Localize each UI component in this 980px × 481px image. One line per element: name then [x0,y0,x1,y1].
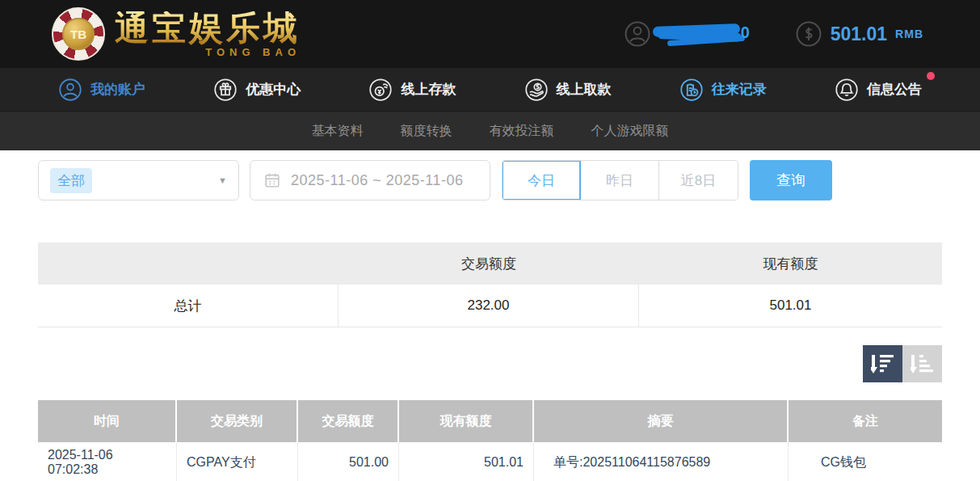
balance-currency: RMB [895,27,923,40]
brand-name-latin: TONG BAO [205,47,301,57]
dollar-icon [795,20,822,48]
username-redaction-scribble: 0 [653,22,748,46]
quick-range-last8days[interactable]: 近8日 [659,161,738,200]
brand-name: 通宝娱乐城 [115,11,301,45]
records-page: 全部 ▼ 2025-11-06 ~ 2025-11-06 今日 昨日 近8日 查… [0,150,980,481]
quick-range-today[interactable]: 今日 [503,161,581,200]
nav-label: 往来记录 [712,80,767,99]
cell-time: 2025-11-06 07:02:38 [38,442,177,481]
nav-announcements[interactable]: 信息公告 [835,78,922,102]
nav-label: 线上存款 [401,80,456,99]
withdraw-hand-icon [524,78,549,102]
subnav-valid-bets[interactable]: 有效投注额 [490,123,554,140]
type-dropdown-selected: 全部 [50,168,92,193]
cell-type: CGPAY支付 [177,442,298,481]
transactions-header-row: 时间 交易类别 交易额度 现有额度 摘要 备注 [38,400,942,442]
col-amount: 交易额度 [298,400,399,442]
nav-promotions[interactable]: 优惠中心 [213,78,301,102]
search-button[interactable]: 查询 [750,160,832,200]
sort-controls [38,345,942,382]
cell-amount: 501.00 [298,442,399,481]
summary-total-balance: 501.01 [639,285,942,327]
cell-summary: 单号:202511064115876589 [534,442,789,481]
table-row: 2025-11-06 07:02:38 CGPAY支付 501.00 501.0… [38,442,942,481]
account-subnav: 基本资料 额度转换 有效投注额 个人游戏限额 [0,111,980,150]
col-note: 备注 [789,400,942,442]
cell-balance: 501.01 [399,442,534,481]
brand-logo[interactable]: TB 通宝娱乐城 TONG BAO [52,7,301,61]
sort-descending-button[interactable] [863,345,902,382]
subnav-credit-transfer[interactable]: 额度转换 [401,123,452,140]
chip-label: TB [62,18,95,50]
nav-deposit[interactable]: 线上存款 [368,78,456,102]
records-clipboard-icon [679,78,704,102]
sort-ascending-button[interactable] [902,345,942,382]
subnav-game-limits[interactable]: 个人游戏限额 [591,123,669,140]
balance-amount: 501.01 [831,23,887,45]
user-account[interactable]: 0 [624,20,748,48]
date-range-value: 2025-11-06 ~ 2025-11-06 [291,172,464,189]
summary-table: 交易额度 现有额度 总计 232.00 501.01 [38,243,942,327]
summary-header-balance: 现有额度 [639,255,942,273]
poker-chip-icon: TB [52,7,105,61]
summary-total-label: 总计 [38,285,339,327]
summary-header-row: 交易额度 现有额度 [38,243,942,285]
chevron-down-icon: ▼ [218,175,227,185]
nav-label: 我的账户 [90,80,145,99]
filter-bar: 全部 ▼ 2025-11-06 ~ 2025-11-06 今日 昨日 近8日 查… [38,160,942,200]
top-bar: TB 通宝娱乐城 TONG BAO 0 501.01 [0,0,980,68]
quick-range-yesterday[interactable]: 昨日 [581,161,659,200]
date-range-picker[interactable]: 2025-11-06 ~ 2025-11-06 [250,160,490,200]
bell-icon [835,78,859,102]
col-balance: 现有额度 [399,400,534,442]
balance-display: 501.01 RMB [795,20,923,48]
col-type: 交易类别 [177,400,298,442]
col-summary: 摘要 [534,400,789,442]
user-icon [624,20,651,48]
nav-my-account[interactable]: 我的账户 [58,78,145,102]
nav-label: 线上取款 [557,80,612,99]
summary-header-transaction: 交易额度 [339,255,639,273]
calendar-icon [263,171,281,189]
subnav-basic-info[interactable]: 基本资料 [312,123,364,140]
gift-icon [213,78,238,102]
nav-transaction-records[interactable]: 往来记录 [679,78,767,102]
summary-total-transaction: 232.00 [339,285,639,327]
summary-total-row: 总计 232.00 501.01 [38,285,942,327]
sort-ascending-icon [911,352,935,375]
transactions-table: 时间 交易类别 交易额度 现有额度 摘要 备注 2025-11-06 07:02… [38,400,942,481]
nav-label: 信息公告 [867,80,922,99]
account-icon [58,78,82,102]
nav-withdraw[interactable]: 线上取款 [524,78,612,102]
type-dropdown[interactable]: 全部 ▼ [38,160,239,200]
cell-note: CG钱包 [789,442,942,481]
main-nav: 我的账户 优惠中心 线上存款 线上取款 [0,68,980,111]
col-time: 时间 [38,400,177,442]
deposit-coin-icon [368,78,393,102]
notification-dot [927,72,935,80]
sort-descending-icon [871,352,895,375]
quick-range-group: 今日 昨日 近8日 [502,160,738,200]
nav-label: 优惠中心 [246,80,301,99]
username-suffix: 0 [741,23,750,42]
